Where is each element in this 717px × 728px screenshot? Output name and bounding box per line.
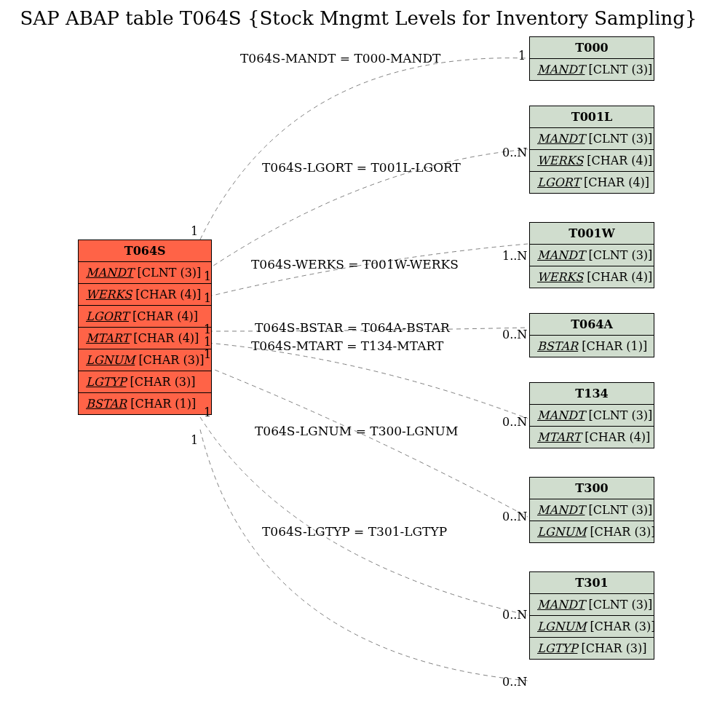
field: LGNUM [CHAR (3)] (530, 616, 654, 638)
field: MANDT [CLNT (3)] (530, 59, 654, 80)
cardinality: 1 (518, 49, 526, 63)
entity-T300: T300 MANDT [CLNT (3)] LGNUM [CHAR (3)] (529, 477, 654, 543)
field: BSTAR [CHAR (1)] (530, 336, 654, 357)
cardinality: 0..N (502, 510, 527, 523)
entity-T064S: T064S MANDT [CLNT (3)] WERKS [CHAR (4)] … (78, 240, 212, 415)
field: MTART [CHAR (4)] (530, 427, 654, 448)
entity-header: T064A (530, 314, 654, 336)
diagram-title: SAP ABAP table T064S {Stock Mngmt Levels… (0, 7, 717, 29)
field: WERKS [CHAR (4)] (530, 150, 654, 172)
entity-header: T300 (530, 478, 654, 499)
cardinality: 0..N (502, 415, 527, 429)
relation-label: T064S-MANDT = T000-MANDT (240, 51, 440, 66)
field: MANDT [CLNT (3)] (530, 405, 654, 427)
field: LGORT [CHAR (4)] (530, 172, 654, 193)
entity-header: T134 (530, 383, 654, 405)
cardinality: 0..N (502, 675, 527, 689)
field: MANDT [CLNT (3)] (530, 499, 654, 521)
cardinality: 0..N (502, 608, 527, 622)
relation-label: T064S-BSTAR = T064A-BSTAR (255, 320, 450, 335)
relation-label: T064S-LGORT = T001L-LGORT (262, 160, 461, 175)
field: MANDT [CLNT (3)] (530, 245, 654, 266)
relation-label: T064S-MTART = T134-MTART (251, 339, 443, 353)
entity-T134: T134 MANDT [CLNT (3)] MTART [CHAR (4)] (529, 382, 654, 448)
cardinality: 1 (204, 405, 211, 419)
cardinality: 0..N (502, 328, 527, 341)
field: WERKS [CHAR (4)] (530, 266, 654, 288)
field: MANDT [CLNT (3)] (79, 262, 211, 284)
entity-header: T001W (530, 223, 654, 245)
cardinality: 1..N (502, 249, 527, 263)
entity-header: T001L (530, 106, 654, 128)
entity-T064A: T064A BSTAR [CHAR (1)] (529, 313, 654, 357)
field: MANDT [CLNT (3)] (530, 128, 654, 150)
field: LGNUM [CHAR (3)] (530, 521, 654, 542)
field: LGTYP [CHAR (3)] (79, 371, 211, 393)
field: LGNUM [CHAR (3)] (79, 349, 211, 371)
entity-header: T064S (79, 240, 211, 262)
field: WERKS [CHAR (4)] (79, 284, 211, 306)
relation-label: T064S-LGTYP = T301-LGTYP (262, 524, 447, 539)
entity-T001W: T001W MANDT [CLNT (3)] WERKS [CHAR (4)] (529, 222, 654, 288)
field: LGTYP [CHAR (3)] (530, 638, 654, 659)
cardinality: 1 (191, 433, 198, 447)
relation-label: T064S-LGNUM = T300-LGNUM (255, 424, 458, 438)
cardinality: 1 (204, 347, 211, 361)
entity-T301: T301 MANDT [CLNT (3)] LGNUM [CHAR (3)] L… (529, 571, 654, 660)
field: MTART [CHAR (4)] (79, 328, 211, 349)
entity-header: T000 (530, 37, 654, 59)
entity-header: T301 (530, 572, 654, 594)
cardinality: 1 (204, 269, 211, 283)
field: BSTAR [CHAR (1)] (79, 393, 211, 414)
field: MANDT [CLNT (3)] (530, 594, 654, 616)
relation-label: T064S-WERKS = T001W-WERKS (251, 257, 459, 272)
entity-T000: T000 MANDT [CLNT (3)] (529, 36, 654, 81)
cardinality: 1 (204, 291, 211, 305)
field: LGORT [CHAR (4)] (79, 306, 211, 328)
cardinality: 1 (191, 224, 198, 238)
entity-T001L: T001L MANDT [CLNT (3)] WERKS [CHAR (4)] … (529, 106, 654, 194)
cardinality: 0..N (502, 146, 527, 159)
